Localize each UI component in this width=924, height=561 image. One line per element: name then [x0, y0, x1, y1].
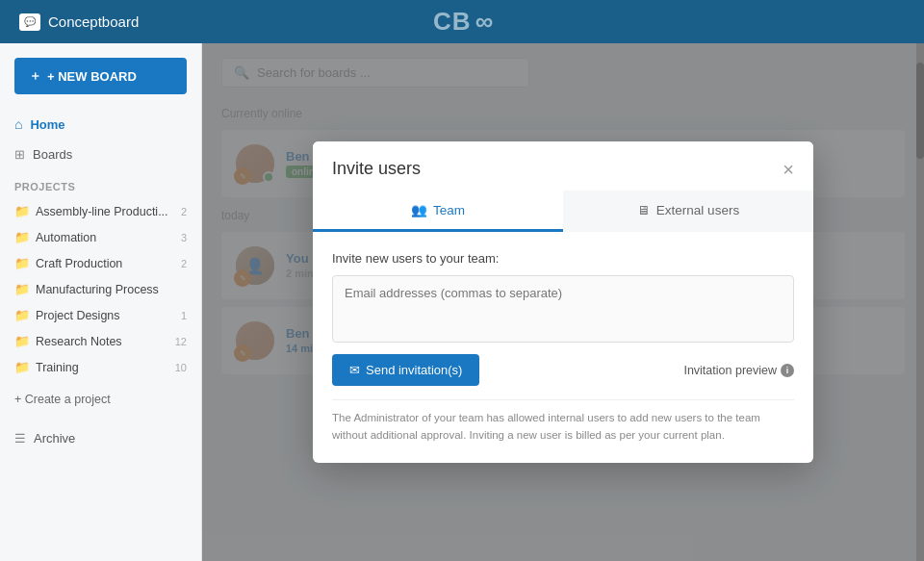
plus-icon: ＋ — [29, 67, 41, 85]
invite-users-modal: Invite users × 👥 Team 🖥 External users I… — [313, 141, 813, 463]
modal-actions: ✉ Send invitation(s) Invitation preview … — [332, 354, 794, 386]
modal-notice: The Administrator of your team has allow… — [332, 399, 794, 453]
main-content: 🔍 Currently online ✎ Ben is w... online … — [202, 43, 924, 561]
project-name: Craft Production — [36, 257, 122, 270]
boards-icon: ⊞ — [14, 147, 25, 162]
sidebar-item-craft[interactable]: 📁 Craft Production 2 — [0, 250, 201, 276]
sidebar-item-manufacturing[interactable]: 📁 Manufacturing Process — [0, 276, 201, 302]
project-count: 2 — [181, 258, 187, 269]
info-icon: i — [781, 364, 794, 377]
invite-label: Invite new users to your team: — [332, 251, 794, 266]
team-icon: 👥 — [411, 202, 427, 217]
modal-close-button[interactable]: × — [783, 160, 794, 179]
app-name: Conceptboard — [48, 13, 139, 30]
sidebar-item-automation[interactable]: 📁 Automation 3 — [0, 224, 201, 250]
sidebar-item-research[interactable]: 📁 Research Notes 12 — [0, 328, 201, 354]
cb-text: CB — [433, 7, 472, 37]
project-count: 3 — [181, 232, 187, 243]
folder-icon: 📁 — [14, 334, 30, 348]
folder-icon: 📁 — [14, 204, 30, 218]
app-logo: 💬 Conceptboard — [19, 13, 139, 31]
modal-header: Invite users × — [313, 141, 813, 179]
archive-icon: ☰ — [14, 431, 26, 446]
modal-overlay[interactable]: Invite users × 👥 Team 🖥 External users I… — [202, 43, 924, 561]
sidebar-item-project-designs[interactable]: 📁 Project Designs 1 — [0, 302, 201, 328]
folder-icon: 📁 — [14, 256, 30, 270]
folder-icon: 📁 — [14, 282, 30, 296]
home-label: Home — [30, 117, 64, 132]
send-button-label: Send invitation(s) — [366, 363, 462, 377]
sidebar-item-training[interactable]: 📁 Training 10 — [0, 354, 201, 380]
sidebar-item-archive[interactable]: ☰ Archive — [0, 423, 201, 453]
header-center-logo: CB ∞ — [433, 7, 495, 37]
invitation-preview-link[interactable]: Invitation preview i — [683, 364, 794, 377]
project-count: 12 — [175, 336, 187, 347]
folder-icon: 📁 — [14, 308, 30, 322]
project-count: 10 — [175, 362, 187, 373]
email-input[interactable] — [335, 278, 791, 336]
tab-external-users[interactable]: 🖥 External users — [563, 191, 813, 232]
send-invitation-button[interactable]: ✉ Send invitation(s) — [332, 354, 479, 386]
project-count: 2 — [181, 206, 187, 217]
home-icon: ⌂ — [14, 116, 22, 132]
sidebar: ＋ + NEW BOARD ⌂ Home ⊞ Boards PROJECTS 📁… — [0, 43, 202, 561]
folder-icon: 📁 — [14, 230, 30, 244]
modal-tabs: 👥 Team 🖥 External users — [313, 191, 813, 232]
project-count: 1 — [181, 310, 187, 321]
sidebar-item-assembly[interactable]: 📁 Assembly-line Producti... 2 — [0, 198, 201, 224]
folder-icon: 📁 — [14, 360, 30, 374]
envelope-icon: ✉ — [349, 363, 360, 377]
tab-team-label: Team — [433, 203, 465, 217]
tab-team[interactable]: 👥 Team — [313, 191, 563, 232]
projects-section-label: PROJECTS — [0, 169, 201, 198]
infinity-icon: ∞ — [475, 7, 496, 37]
project-name: Training — [36, 361, 79, 374]
create-project-button[interactable]: + Create a project — [14, 388, 187, 411]
project-name: Project Designs — [36, 309, 120, 322]
sidebar-item-home[interactable]: ⌂ Home — [0, 109, 201, 140]
project-name: Research Notes — [36, 335, 122, 348]
header: 💬 Conceptboard CB ∞ — [0, 0, 924, 43]
modal-title: Invite users — [332, 159, 421, 179]
project-name: Manufacturing Process — [36, 283, 159, 296]
boards-label: Boards — [33, 147, 72, 162]
email-input-wrapper — [332, 275, 794, 343]
archive-label: Archive — [34, 431, 75, 446]
tab-external-label: External users — [656, 203, 739, 217]
new-board-button[interactable]: ＋ + NEW BOARD — [14, 58, 187, 94]
external-icon: 🖥 — [637, 203, 651, 217]
invitation-preview-label: Invitation preview — [683, 364, 777, 377]
sidebar-item-boards[interactable]: ⊞ Boards — [0, 140, 201, 169]
logo-icon: 💬 — [19, 13, 40, 31]
project-name: Assembly-line Producti... — [36, 205, 168, 218]
new-board-label: + NEW BOARD — [47, 69, 137, 84]
project-name: Automation — [36, 231, 96, 244]
main-layout: ＋ + NEW BOARD ⌂ Home ⊞ Boards PROJECTS 📁… — [0, 43, 924, 561]
modal-body: Invite new users to your team: ✉ Send in… — [313, 232, 813, 463]
